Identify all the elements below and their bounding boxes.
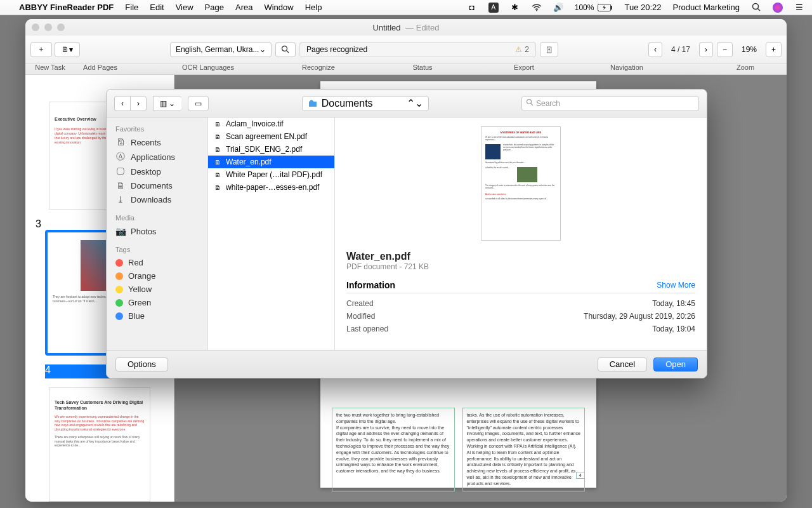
preview-filename: Water_en.pdf	[346, 251, 695, 262]
file-icon: 🗎	[213, 145, 222, 154]
preview-meta: PDF document - 721 KB	[346, 262, 695, 271]
export-button[interactable]: ⍐	[540, 42, 558, 57]
info-row: CreatedToday, 18:45	[346, 297, 695, 310]
location-dropdown[interactable]: 🖿 Documents ⌃⌄	[302, 96, 429, 111]
status-label: Status	[346, 64, 499, 74]
zoom-in-button[interactable]: +	[766, 42, 782, 57]
sidebar-tag-orange[interactable]: Orange	[107, 269, 207, 283]
battery-status[interactable]: 100%	[575, 3, 613, 12]
desktop-icon: 🖵	[115, 166, 126, 177]
group-button[interactable]: ▭	[188, 96, 209, 111]
sidebar-tag-blue[interactable]: Blue	[107, 309, 207, 323]
options-button[interactable]: Options	[115, 358, 168, 371]
sidebar-header-tags: Tags	[107, 243, 207, 256]
doc-right-col: tasks. As the use of robotic automation …	[462, 408, 586, 491]
file-list[interactable]: 🗎Aclam_Invoice.tif🗎Scan agreement EN.pdf…	[208, 117, 335, 350]
shield-icon[interactable]: ◘	[467, 3, 477, 13]
nav-next-button[interactable]: ›	[699, 42, 713, 57]
thumbnail-page-5[interactable]: Tech Savvy Customers Are Driving Digital…	[49, 387, 150, 502]
svg-point-0	[536, 10, 537, 11]
sidebar-item-documents[interactable]: 🗎Documents	[107, 178, 207, 192]
view-mode-button[interactable]: ▥ ⌄	[153, 96, 181, 111]
downloads-icon: ⤓	[115, 194, 126, 204]
file-item[interactable]: 🗎Water_en.pdf	[208, 156, 334, 168]
volume-icon[interactable]: 🔊	[553, 3, 563, 13]
file-item[interactable]: 🗎Scan agreement EN.pdf	[208, 130, 334, 143]
doc-left-col: the two must work together to bring long…	[332, 408, 455, 491]
sidebar-item-applications[interactable]: ⒶApplications	[107, 149, 207, 164]
menu-help[interactable]: Help	[305, 3, 322, 12]
window-title: Untitled	[372, 23, 400, 32]
toolbar: ＋ 🗎▾ English, German, Ukra... ⌄ Pages re…	[25, 36, 787, 64]
cancel-button[interactable]: Cancel	[598, 358, 647, 371]
file-preview: MYSTERIES OF WATER AND LIFE W ater is on…	[335, 117, 707, 350]
folder-icon: 🖿	[308, 98, 318, 109]
sidebar-item-recents[interactable]: 🖻Recents	[107, 135, 207, 149]
svg-point-7	[527, 100, 532, 104]
menu-window[interactable]: Window	[264, 3, 293, 12]
menu-page[interactable]: Page	[205, 3, 224, 12]
dialog-toolbar: ‹ › ▥ ⌄ ▭ 🖿 Documents ⌃⌄ Search	[107, 90, 707, 117]
sidebar-item-photos[interactable]: 📷Photos	[107, 224, 207, 238]
search-input[interactable]: Search	[521, 96, 699, 111]
zoom-label: Zoom	[704, 64, 787, 74]
sidebar-tag-green[interactable]: Green	[107, 296, 207, 309]
sidebar-tag-red[interactable]: Red	[107, 256, 207, 269]
dialog-sidebar: Favorites 🖻Recents ⒶApplications 🖵Deskto…	[107, 117, 208, 350]
file-item[interactable]: 🗎Trial_SDK_ENG_2.pdf	[208, 143, 334, 156]
export-label: Export	[499, 64, 549, 74]
zoom-value: 19%	[735, 45, 763, 54]
notification-icon[interactable]: ☰	[794, 3, 804, 13]
app-menu[interactable]: ABBYY FineReader PDF	[19, 3, 114, 12]
ocr-language-select[interactable]: English, German, Ukra... ⌄	[170, 42, 272, 57]
thumb-5-title: Tech Savvy Customers Are Driving Digital…	[55, 399, 145, 411]
open-button[interactable]: Open	[653, 358, 698, 371]
warning-icon: ⚠	[515, 45, 522, 54]
siri-icon[interactable]	[773, 3, 783, 13]
preview-thumbnail: MYSTERIES OF WATER AND LIFE W ater is on…	[481, 126, 561, 241]
titlebar: Untitled — Edited	[25, 19, 787, 36]
file-item[interactable]: 🗎White Paper (…ital PDF).pdf	[208, 168, 334, 181]
file-icon: 🗎	[213, 170, 222, 179]
file-item[interactable]: 🗎white-paper-…esses-en.pdf	[208, 181, 334, 194]
sidebar-tag-yellow[interactable]: Yellow	[107, 283, 207, 296]
svg-point-3	[752, 4, 758, 10]
ocr-language-value: English, German, Ukra...	[176, 45, 259, 54]
menu-area[interactable]: Area	[235, 3, 252, 12]
search-icon	[526, 98, 534, 108]
ocr-lang-label: OCR Languages	[126, 64, 291, 74]
nav-prev-button[interactable]: ‹	[648, 42, 662, 57]
lang-icon[interactable]: A	[488, 3, 499, 13]
menu-view[interactable]: View	[176, 3, 193, 12]
open-file-dialog: ‹ › ▥ ⌄ ▭ 🖿 Documents ⌃⌄ Search Favorite…	[106, 89, 707, 378]
sync-icon[interactable]: ✱	[510, 3, 520, 13]
info-row: ModifiedThursday, 29 August 2019, 20:26	[346, 310, 695, 323]
svg-line-8	[531, 104, 533, 105]
add-pages-button[interactable]: 🗎▾	[55, 42, 80, 57]
clock[interactable]: Tue 20:22	[624, 3, 661, 12]
show-more-link[interactable]: Show More	[657, 281, 695, 290]
preview-thumb-title: MYSTERIES OF WATER AND LIFE	[485, 131, 556, 134]
back-button[interactable]: ‹	[114, 96, 130, 111]
new-task-button[interactable]: ＋	[30, 42, 52, 57]
recognize-button[interactable]	[275, 42, 296, 57]
tag-dot-icon	[115, 312, 123, 320]
sidebar-item-downloads[interactable]: ⤓Downloads	[107, 192, 207, 206]
info-row: Last openedToday, 19:04	[346, 323, 695, 335]
menu-file[interactable]: File	[125, 3, 138, 12]
svg-line-6	[287, 50, 289, 53]
window-edited: — Edited	[405, 23, 439, 32]
zoom-out-button[interactable]: −	[717, 42, 733, 57]
spotlight-icon[interactable]	[751, 3, 761, 13]
file-item[interactable]: 🗎Aclam_Invoice.tif	[208, 117, 334, 130]
sidebar-header-favorites: Favorites	[107, 123, 207, 135]
forward-button[interactable]: ›	[130, 96, 147, 111]
sidebar-item-desktop[interactable]: 🖵Desktop	[107, 164, 207, 178]
tag-dot-icon	[115, 299, 123, 307]
user-menu[interactable]: Product Marketing	[673, 3, 740, 12]
traffic-lights[interactable]	[32, 23, 65, 31]
menu-edit[interactable]: Edit	[150, 3, 164, 12]
new-task-label: New Task	[25, 64, 75, 74]
applications-icon: Ⓐ	[115, 151, 126, 163]
wifi-icon[interactable]	[532, 3, 542, 13]
